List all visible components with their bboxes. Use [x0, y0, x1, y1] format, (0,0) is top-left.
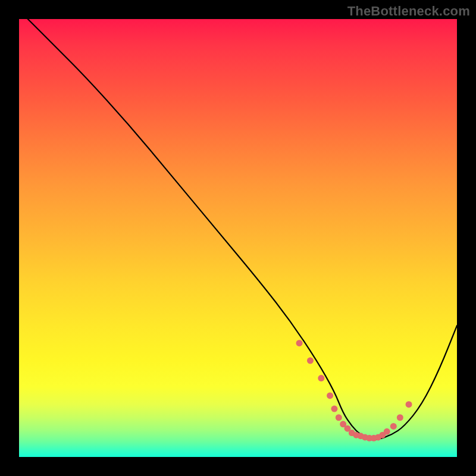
optimal-range-dot: [331, 406, 337, 412]
optimal-range-dot: [397, 414, 403, 421]
optimal-range-dot: [390, 423, 397, 430]
optimal-range-dot: [318, 375, 324, 381]
optimal-range-dot: [296, 340, 303, 346]
optimal-range-dot: [336, 414, 342, 421]
watermark-text: TheBottleneck.com: [347, 4, 470, 19]
chart-svg: [19, 19, 457, 457]
optimal-range-dot: [406, 401, 412, 408]
chart-plot-area: [19, 19, 457, 457]
optimal-range-dot: [384, 428, 390, 435]
optimal-range-dot: [327, 392, 333, 399]
chart-frame: TheBottleneck.com: [0, 0, 476, 476]
optimal-range-dot: [307, 358, 314, 364]
bottleneck-curve: [28, 19, 457, 440]
